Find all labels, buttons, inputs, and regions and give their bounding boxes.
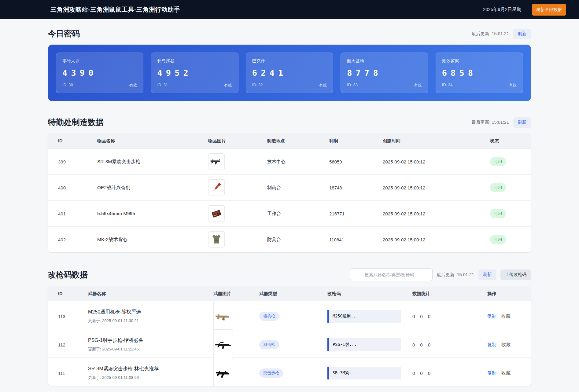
item-location: 制药台 bbox=[257, 185, 319, 191]
refresh-all-button[interactable]: 刷新全部数据 bbox=[532, 4, 566, 16]
item-id: 402 bbox=[48, 237, 87, 242]
modcodes-refresh-button[interactable]: 刷新 bbox=[478, 269, 496, 280]
manufacture-refresh-button[interactable]: 刷新 bbox=[513, 117, 531, 128]
password-panel: 零号大坝 4390 ID: 30 有效 长弓溪谷 4952 ID: 31 有效 … bbox=[48, 45, 531, 101]
col-id: ID bbox=[48, 138, 87, 143]
weapon-name: SR-3M紧凑突击步枪-林七夜推荐 bbox=[88, 366, 203, 372]
col-weapon-image: 武器图片 bbox=[203, 291, 249, 297]
modcodes-last-update: 最后更新: 15:01:21 bbox=[437, 272, 474, 278]
manufacture-section-title: 特勤处制造数据 bbox=[48, 117, 104, 128]
map-name: 巴克什 bbox=[252, 58, 327, 64]
syringe-icon bbox=[208, 179, 225, 196]
password-id: ID: 33 bbox=[347, 82, 358, 88]
table-row: 113 M250通用机枪-陈权严选 更新于: 2025-09-01 11:30:… bbox=[48, 301, 531, 329]
manufacture-table: ID 物品名称 物品图片 制造地点 利润 创建时间 状态 399 SR-3M紧凑… bbox=[48, 133, 531, 252]
mod-code-value: SR-3M紧... bbox=[327, 367, 401, 379]
rifle-icon bbox=[208, 153, 225, 170]
item-location: 工作台 bbox=[257, 211, 319, 217]
passwords-last-update: 最后更新: 15:01:21 bbox=[472, 31, 509, 37]
modcodes-section-title: 改枪码数据 bbox=[48, 269, 88, 280]
item-name: MK-2战术背心 bbox=[87, 236, 198, 243]
weapon-updated-at: 更新于: 2025-09-01 11:22:46 bbox=[88, 346, 203, 352]
item-created: 2025-09-02 15:00:12 bbox=[373, 159, 480, 164]
stat-value: 0 bbox=[412, 314, 415, 319]
col-actions: 操作 bbox=[477, 291, 531, 297]
item-id: 399 bbox=[48, 159, 87, 164]
stat-value: 0 bbox=[420, 342, 422, 347]
table-row: 401 5.56x45mm M995 工作台 216771 2025-09-02… bbox=[48, 200, 531, 226]
stat-value: 0 bbox=[420, 371, 422, 376]
upload-modcode-button[interactable]: 上传改枪码 bbox=[500, 269, 531, 280]
item-name: OE2战斗兴奋剂 bbox=[87, 185, 198, 191]
weapon-name: PSG-1射手步枪-堵桥必备 bbox=[88, 337, 203, 344]
item-created: 2025-09-02 15:00:12 bbox=[373, 211, 480, 216]
map-name: 长弓溪谷 bbox=[157, 58, 232, 64]
item-profit: 56059 bbox=[319, 159, 373, 164]
password-id: ID: 30 bbox=[62, 82, 73, 88]
password-id: ID: 32 bbox=[252, 82, 263, 88]
password-card: 零号大坝 4390 ID: 30 有效 bbox=[56, 53, 143, 93]
col-mod-code: 改枪码 bbox=[317, 291, 402, 297]
table-row: 112 PSG-1射手步枪-堵桥必备 更新于: 2025-09-01 11:22… bbox=[48, 329, 531, 357]
col-weapon-type: 武器类型 bbox=[249, 291, 317, 297]
col-item-image: 物品图片 bbox=[198, 138, 257, 144]
weapon-type-badge: 狙击枪 bbox=[259, 340, 279, 349]
stat-value: 0 bbox=[412, 371, 415, 376]
favorite-link[interactable]: 收藏 bbox=[501, 313, 511, 319]
search-input[interactable] bbox=[350, 268, 433, 281]
password-code: 6858 bbox=[442, 68, 517, 78]
status-badge: 可用 bbox=[490, 157, 506, 166]
mod-code-value: M250通用... bbox=[327, 310, 401, 323]
item-profit: 216771 bbox=[319, 211, 373, 216]
password-card: 巴克什 6241 ID: 32 有效 bbox=[246, 53, 333, 93]
favorite-link[interactable]: 收藏 bbox=[501, 370, 511, 376]
modcodes-table-header: ID 武器名称 武器图片 武器类型 改枪码 数据统计 操作 bbox=[48, 287, 531, 301]
weapon-id: 113 bbox=[48, 314, 78, 319]
item-id: 400 bbox=[48, 185, 87, 190]
status-badge: 可用 bbox=[490, 235, 506, 244]
favorite-link[interactable]: 收藏 bbox=[501, 342, 511, 348]
col-location: 制造地点 bbox=[257, 138, 319, 144]
password-status: 有效 bbox=[414, 82, 422, 88]
map-name: 零号大坝 bbox=[62, 58, 137, 64]
weapon-name: M250通用机枪-陈权严选 bbox=[88, 309, 203, 315]
password-id: ID: 34 bbox=[442, 82, 453, 88]
col-weapon-name: 武器名称 bbox=[78, 291, 203, 297]
modcodes-table: ID 武器名称 武器图片 武器类型 改枪码 数据统计 操作 113 M250通用… bbox=[48, 287, 531, 386]
map-name: 航天基地 bbox=[347, 58, 422, 64]
copy-link[interactable]: 复制 bbox=[487, 342, 496, 348]
weapon-type-badge: 突击步枪 bbox=[259, 368, 283, 378]
col-item-name: 物品名称 bbox=[87, 138, 198, 144]
weapon-id: 112 bbox=[48, 342, 78, 347]
stat-value: 0 bbox=[412, 342, 415, 347]
manufacture-table-header: ID 物品名称 物品图片 制造地点 利润 创建时间 状态 bbox=[48, 133, 531, 148]
password-id: ID: 31 bbox=[157, 82, 168, 88]
password-code: 4390 bbox=[62, 68, 137, 78]
manufacture-last-update: 最后更新: 15:01:21 bbox=[472, 119, 509, 125]
status-badge: 可用 bbox=[490, 183, 506, 192]
stats-counters: 0 0 0 bbox=[412, 314, 477, 319]
passwords-refresh-button[interactable]: 刷新 bbox=[513, 29, 531, 39]
item-created: 2025-09-02 15:00:12 bbox=[373, 185, 480, 190]
stat-value: 0 bbox=[428, 342, 430, 347]
item-location: 防具台 bbox=[257, 237, 319, 243]
map-name: 潮汐监狱 bbox=[442, 58, 517, 64]
status-badge: 可用 bbox=[490, 209, 506, 218]
password-code: 8778 bbox=[347, 68, 422, 78]
copy-link[interactable]: 复制 bbox=[487, 313, 496, 319]
col-id: ID bbox=[48, 291, 78, 296]
weapon-type-badge: 轻机枪 bbox=[259, 312, 279, 321]
col-status: 状态 bbox=[480, 138, 531, 144]
password-card: 潮汐监狱 6858 ID: 34 有效 bbox=[436, 53, 523, 93]
col-stats: 数据统计 bbox=[402, 291, 477, 297]
col-profit: 利润 bbox=[319, 138, 373, 144]
table-row: 111 SR-3M紧凑突击步枪-林七夜推荐 更新于: 2025-09-01 11… bbox=[48, 357, 531, 386]
item-name: SR-3M紧凑突击步枪 bbox=[87, 159, 198, 165]
sniper-gun-icon bbox=[213, 329, 233, 360]
item-profit: 18748 bbox=[319, 185, 373, 190]
stat-value: 0 bbox=[428, 371, 430, 376]
password-code: 4952 bbox=[157, 68, 232, 78]
lmg-gun-icon bbox=[213, 301, 233, 332]
app-title: 三角洲攻略站-三角洲鼠鼠工具-三角洲行动助手 bbox=[50, 5, 180, 14]
copy-link[interactable]: 复制 bbox=[487, 370, 496, 376]
